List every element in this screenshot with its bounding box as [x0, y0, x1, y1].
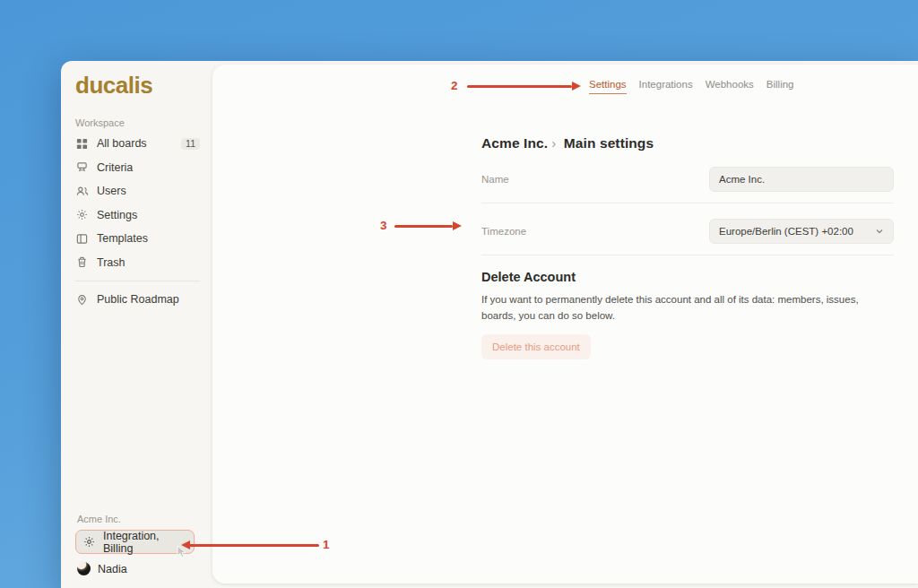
tab-settings[interactable]: Settings	[589, 79, 627, 94]
sidebar-item-criteria[interactable]: Criteria	[75, 156, 200, 180]
delete-account-button[interactable]: Delete this account	[481, 334, 591, 359]
name-input[interactable]	[709, 167, 894, 192]
pin-icon	[75, 293, 89, 307]
sidebar-item-label: Criteria	[97, 161, 200, 174]
sidebar-item-label: Trash	[97, 256, 200, 269]
page-title: Main settings	[564, 135, 654, 151]
sidebar-item-public-roadmap[interactable]: Public Roadmap	[75, 288, 200, 312]
avatar	[77, 562, 91, 575]
criteria-icon	[75, 160, 89, 174]
annotation-arrow-2-shaft	[467, 85, 572, 88]
name-row: Name	[481, 160, 894, 199]
sidebar-item-settings[interactable]: Settings	[75, 203, 200, 228]
delete-account-description: If you want to permanently delete this a…	[481, 292, 894, 324]
user-name: Nadia	[98, 563, 127, 575]
workspace-name-label: Acme Inc.	[77, 514, 200, 524]
tab-integrations[interactable]: Integrations	[639, 79, 693, 94]
sidebar-item-all-boards[interactable]: All boards 11	[75, 132, 200, 156]
settings-top-nav: Settings Integrations Webhooks Billing	[589, 79, 794, 94]
gear-icon	[83, 536, 96, 549]
annotation-arrow-3-shaft	[394, 225, 453, 228]
divider	[481, 255, 894, 255]
timezone-label: Timezone	[481, 226, 526, 237]
timezone-value: Europe/Berlin (CEST) +02:00	[719, 226, 853, 237]
divider	[481, 203, 894, 203]
grid-icon	[75, 137, 89, 151]
trash-icon	[75, 255, 89, 269]
main-panel: Settings Integrations Webhooks Billing A…	[212, 65, 918, 584]
gear-icon	[75, 208, 89, 221]
workspace-section-label: Workspace	[75, 117, 200, 128]
tab-webhooks[interactable]: Webhooks	[706, 79, 754, 94]
annotation-number-3: 3	[380, 219, 387, 232]
sidebar-item-users[interactable]: Users	[75, 179, 200, 203]
mouse-cursor-icon	[177, 545, 188, 563]
settings-content: Acme Inc.› Main settings Name Timezone E…	[481, 135, 894, 359]
timezone-row: Timezone Europe/Berlin (CEST) +02:00	[481, 212, 894, 251]
delete-account-title: Delete Account	[481, 270, 894, 284]
delete-account-section: Delete Account If you want to permanentl…	[481, 270, 894, 359]
sidebar-item-label: Public Roadmap	[97, 293, 200, 306]
sidebar-item-templates[interactable]: Templates	[75, 227, 200, 251]
annotation-arrow-3-head	[453, 221, 462, 230]
annotation-number-1: 1	[323, 538, 330, 551]
chevron-down-icon	[875, 227, 884, 236]
sidebar-item-label: Templates	[97, 232, 200, 245]
sidebar: ducalis Workspace All boards 11 Criteria…	[61, 61, 212, 588]
sidebar-item-label: Settings	[97, 209, 200, 221]
app-window: ducalis Workspace All boards 11 Criteria…	[61, 61, 918, 588]
breadcrumb: Acme Inc.› Main settings	[481, 135, 894, 151]
tab-billing[interactable]: Billing	[766, 79, 794, 94]
sidebar-spacer	[75, 312, 200, 514]
integration-billing-label: Integration, Billing	[103, 530, 186, 555]
sidebar-divider	[75, 281, 200, 281]
all-boards-count-badge: 11	[181, 138, 200, 151]
annotation-number-2: 2	[451, 79, 458, 92]
annotation-arrow-2-head	[572, 82, 581, 91]
sidebar-item-trash[interactable]: Trash	[75, 251, 200, 275]
annotation-arrow-1-shaft	[189, 544, 319, 547]
users-icon	[75, 185, 89, 198]
name-label: Name	[481, 174, 509, 185]
timezone-select[interactable]: Europe/Berlin (CEST) +02:00	[709, 219, 894, 244]
ducalis-logo: ducalis	[75, 72, 200, 99]
sidebar-item-label: All boards	[97, 137, 173, 150]
breadcrumb-separator: ›	[548, 135, 559, 151]
breadcrumb-workspace: Acme Inc.	[481, 135, 548, 151]
template-icon	[75, 232, 89, 246]
sidebar-item-label: Users	[97, 185, 200, 197]
user-menu[interactable]: Nadia	[75, 560, 200, 579]
